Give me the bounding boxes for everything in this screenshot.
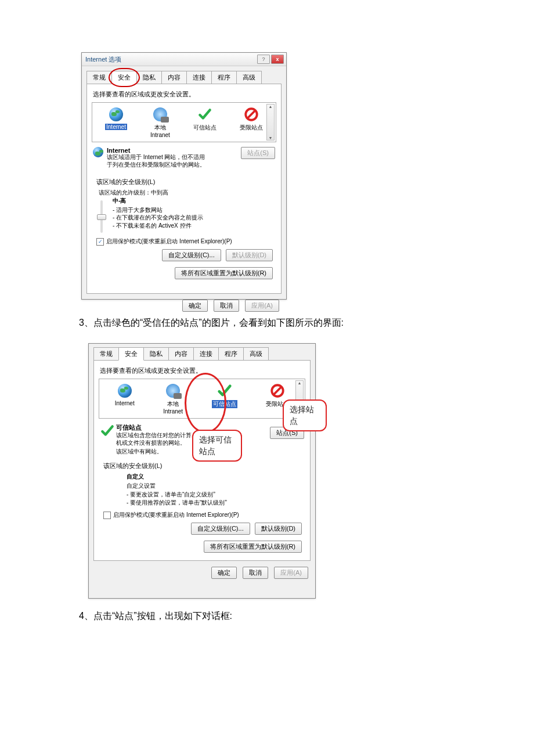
annotation-label-sites: 选择站点 <box>283 399 327 431</box>
apply-button[interactable]: 应用(A) <box>274 567 308 579</box>
zone-detail-desc: 该区域包含您信任对您的计算机或文件没有损害的网站。 <box>116 432 192 447</box>
level-bullets: 要更改设置，请单击“自定义级别” 要使用推荐的设置，请单击“默认级别” <box>127 491 227 506</box>
forbidden-icon <box>243 106 259 123</box>
reset-zones-button[interactable]: 将所有区域重置为默认级别(R) <box>175 267 273 279</box>
tab-connections[interactable]: 连接 <box>186 71 212 84</box>
level-name: 中-高 <box>113 197 203 205</box>
security-slider[interactable] <box>96 197 107 233</box>
checkmark-icon <box>217 383 233 399</box>
tab-content[interactable]: 内容 <box>168 347 194 361</box>
tab-programs[interactable]: 程序 <box>218 347 244 361</box>
tab-general[interactable]: 常规 <box>93 347 119 361</box>
svg-line-1 <box>247 111 255 118</box>
zone-trusted[interactable]: 可信站点 <box>212 383 237 415</box>
zone-restricted[interactable]: 受限站点 <box>240 106 263 138</box>
checkbox-icon: ✓ <box>96 238 104 246</box>
internet-options-dialog-1: Internet 选项 ? x 常规 安全 隐私 内容 连接 程序 高级 选择要… <box>81 52 287 300</box>
internet-options-dialog-2: 常规 安全 隐私 内容 连接 程序 高级 选择要查看的区域或更改安全设置。 In… <box>88 343 316 599</box>
tab-body: 选择要查看的区域或更改安全设置。 Internet 本地 Intranet 可信… <box>86 84 282 294</box>
zone-instruction: 选择要查看的区域或更改安全设置。 <box>93 90 276 99</box>
protected-mode-row[interactable]: 启用保护模式(要求重新启动 Internet Explorer)(P) <box>103 511 302 519</box>
ok-button[interactable]: 确定 <box>211 567 237 579</box>
allowed-levels: 该区域的允许级别：中到高 <box>99 189 273 197</box>
ok-button[interactable]: 确定 <box>182 300 208 312</box>
tab-strip: 常规 安全 隐私 内容 连接 程序 高级 <box>89 344 315 361</box>
zone-list: Internet 本地 Intranet 可信站点 <box>99 379 305 419</box>
tab-security[interactable]: 安全 <box>118 347 144 361</box>
zone-internet[interactable]: Internet <box>115 383 135 415</box>
tab-security[interactable]: 安全 <box>111 71 137 84</box>
annotation-label-trusted: 选择可信站点 <box>192 430 242 462</box>
checkbox-icon <box>103 512 111 519</box>
protected-mode-row[interactable]: ✓ 启用保护模式(要求重新启动 Internet Explorer)(P) <box>96 237 273 246</box>
checkmark-icon <box>197 106 213 123</box>
titlebar: Internet 选项 ? x <box>82 53 286 66</box>
close-button[interactable]: x <box>271 55 284 64</box>
forbidden-icon <box>269 383 286 399</box>
level-name: 自定义 <box>127 473 227 481</box>
tab-privacy[interactable]: 隐私 <box>143 347 169 361</box>
zone-local-intranet[interactable]: 本地 Intranet <box>163 383 183 415</box>
tab-content[interactable]: 内容 <box>161 71 187 84</box>
custom-level-button[interactable]: 自定义级别(C)... <box>191 523 250 535</box>
security-level-title: 该区域的安全级别(L) <box>103 462 302 470</box>
reset-zones-button[interactable]: 将所有区域重置为默认级别(R) <box>204 541 302 553</box>
sites-button[interactable]: 站点(S) <box>241 147 275 159</box>
cancel-button[interactable]: 取消 <box>214 300 239 312</box>
checkmark-icon <box>100 423 113 440</box>
tab-advanced[interactable]: 高级 <box>243 347 269 361</box>
zone-list: Internet 本地 Intranet 可信站点 <box>92 102 276 142</box>
apply-button[interactable]: 应用(A) <box>245 300 279 312</box>
intranet-icon <box>166 384 180 398</box>
zone-instruction: 选择要查看的区域或更改安全设置。 <box>100 366 305 375</box>
instruction-step-3: 3、点击绿色的“受信任的站点”的图片，会看到如下图所示的界面: <box>79 317 534 329</box>
zone-scrollbar[interactable]: ▲▼ <box>266 104 275 141</box>
default-level-button[interactable]: 默认级别(D) <box>255 523 302 535</box>
zone-trusted[interactable]: 可信站点 <box>193 106 217 138</box>
svg-line-3 <box>274 387 282 395</box>
tab-general[interactable]: 常规 <box>86 71 112 84</box>
custom-level-button[interactable]: 自定义级别(C)... <box>162 249 221 261</box>
zone-internet[interactable]: Internet <box>105 106 127 138</box>
globe-icon <box>93 147 103 157</box>
tab-advanced[interactable]: 高级 <box>236 71 262 84</box>
tab-strip: 常规 安全 隐私 内容 连接 程序 高级 <box>82 66 286 84</box>
custom-sub: 自定义设置 <box>127 482 227 490</box>
security-level-group: 该区域的安全级别(L) 该区域的允许级别：中到高 中-高 适用于大多数网站 在下… <box>92 174 276 283</box>
security-level-title: 该区域的安全级别(L) <box>96 178 273 186</box>
tab-connections[interactable]: 连接 <box>193 347 219 361</box>
zone-detail-desc: 该区域适用于 Internet 网站，但不适用于列在受信任和受限制区域中的网站。 <box>107 154 205 168</box>
globe-icon <box>109 107 123 121</box>
cancel-button[interactable]: 取消 <box>243 567 268 579</box>
zone-detail-title: Internet <box>107 147 205 154</box>
security-level-group: 该区域的安全级别(L) 自定义 自定义设置 要更改设置，请单击“自定义级别” 要… <box>99 458 305 556</box>
zone-detail-sub: 该区域中有网站。 <box>116 448 192 456</box>
tab-programs[interactable]: 程序 <box>211 71 237 84</box>
instruction-step-4: 4、点击“站点”按钮，出现如下对话框: <box>79 610 534 622</box>
tab-privacy[interactable]: 隐私 <box>136 71 162 84</box>
dialog-title: Internet 选项 <box>85 55 121 64</box>
level-bullets: 适用于大多数网站 在下载潜在的不安全内容之前提示 不下载未签名的 ActiveX… <box>113 206 203 230</box>
help-button[interactable]: ? <box>257 55 270 64</box>
intranet-icon <box>153 107 167 121</box>
zone-detail-title: 可信站点 <box>116 423 192 432</box>
default-level-button[interactable]: 默认级别(D) <box>226 249 273 261</box>
zone-local-intranet[interactable]: 本地 Intranet <box>150 106 170 138</box>
globe-icon <box>118 384 132 398</box>
